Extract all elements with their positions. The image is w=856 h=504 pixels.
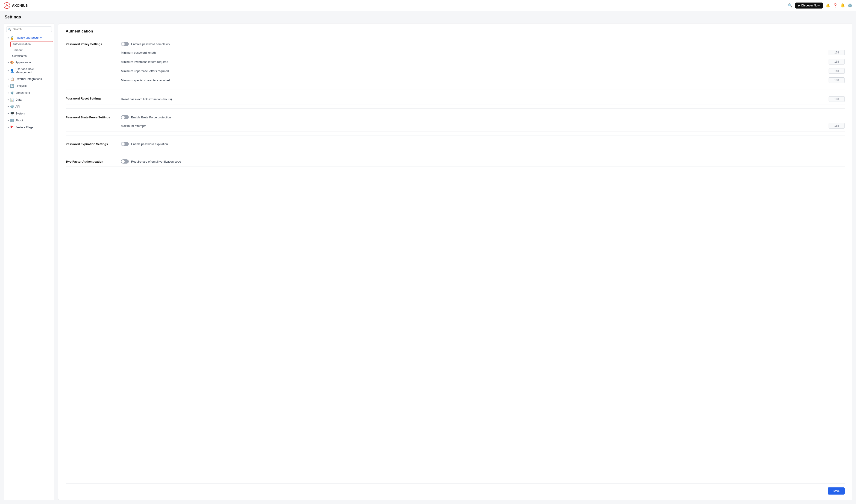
min-special-chars-input[interactable] — [828, 77, 845, 83]
sidebar-item-appearance[interactable]: ▾ 🎨 Appearance — [5, 59, 53, 66]
max-attempts-label: Maximum attempts — [121, 124, 146, 128]
min-lowercase-label: Minimum lowercase letters required — [121, 60, 168, 64]
min-uppercase-label: Minimum uppercase letters required — [121, 69, 168, 73]
reset-link-expiration-row: Reset password link expiration (hours) — [121, 96, 845, 102]
min-password-length-row: Minimum password length — [121, 50, 845, 55]
feature-flags-label: Feature Flags — [15, 126, 33, 129]
divider-2 — [66, 108, 845, 109]
sidebar-item-enrichment[interactable]: ▾ ⚙️ Enrichment — [5, 90, 53, 96]
chevron-right-icon: ▾ — [7, 61, 9, 64]
nav-section-lifecycle: ▾ 🔄 Lifecycle — [4, 83, 54, 89]
password-expiration-fields: Enable password expiration — [121, 142, 845, 146]
max-attempts-row: Maximum attempts — [121, 123, 845, 128]
lifecycle-icon: 🔄 — [10, 84, 14, 88]
brute-force-toggle[interactable] — [121, 115, 129, 119]
sidebar-item-api[interactable]: ▾ ⚙️ API — [5, 104, 53, 110]
two-factor-toggle-label: Require use of email verification code — [131, 160, 181, 163]
alerts-icon[interactable]: 🔔 — [840, 3, 845, 8]
sidebar-item-external-integrations[interactable]: ▾ 📋 External Integrations — [5, 76, 53, 82]
axonius-logo-icon — [4, 2, 10, 9]
data-icon: 📊 — [10, 98, 14, 102]
search-icon[interactable]: 🔍 — [788, 3, 792, 8]
logo-text: AXONIUS — [12, 3, 28, 7]
chevron-right-icon-5: ▾ — [7, 92, 9, 94]
chevron-right-icon-3: ▾ — [7, 78, 9, 80]
reset-link-expiration-label: Reset password link expiration (hours) — [121, 97, 172, 101]
sidebar-item-lifecycle[interactable]: ▾ 🔄 Lifecycle — [5, 83, 53, 89]
data-label: Data — [15, 98, 21, 101]
min-special-chars-label: Minimum special characters required — [121, 78, 170, 82]
password-reset-label: Password Reset Settings — [66, 96, 121, 100]
nav-section-external-integrations: ▾ 📋 External Integrations — [4, 76, 54, 82]
privacy-security-label: Privacy and Security — [15, 36, 42, 39]
chevron-right-icon-4: ▾ — [7, 85, 9, 87]
reset-link-expiration-input[interactable] — [828, 96, 845, 102]
min-special-chars-row: Minimum special characters required — [121, 77, 845, 83]
system-label: System — [15, 112, 25, 115]
logo[interactable]: AXONIUS — [4, 2, 28, 9]
chevron-right-icon-7: ▾ — [7, 106, 9, 108]
enable-expiration-label: Enable password expiration — [131, 142, 168, 146]
min-uppercase-row: Minimum uppercase letters required — [121, 68, 845, 74]
password-reset-fields: Reset password link expiration (hours) — [121, 96, 845, 102]
topnav-left: AXONIUS — [4, 2, 28, 9]
brute-force-toggle-label: Enable Brute Force protection — [131, 115, 171, 119]
api-icon: ⚙️ — [10, 105, 14, 108]
min-lowercase-row: Minimum lowercase letters required — [121, 59, 845, 65]
enforce-complexity-row: Enforce password complexity — [121, 42, 845, 46]
sidebar-item-data[interactable]: ▾ 📊 Data — [5, 96, 53, 103]
save-button[interactable]: Save — [828, 487, 845, 494]
two-factor-toggle[interactable] — [121, 159, 129, 164]
sidebar-item-user-role[interactable]: ▾ 👤 User and Role Management — [5, 66, 53, 75]
feature-flags-icon: 🚩 — [10, 126, 14, 129]
privacy-security-children: Authentication Timeout Certificates — [4, 41, 54, 59]
password-reset-section: Password Reset Settings Reset password l… — [66, 93, 845, 105]
svg-point-0 — [4, 2, 10, 8]
brute-force-fields: Enable Brute Force protection Maximum at… — [121, 115, 845, 128]
sidebar-item-feature-flags[interactable]: ▾ 🚩 Feature Flags — [5, 124, 53, 131]
user-role-label: User and Role Management — [15, 68, 51, 74]
discover-now-button[interactable]: ▶ Discover Now — [795, 2, 823, 8]
settings-icon[interactable]: ⚙️ — [848, 3, 852, 8]
sidebar-item-system[interactable]: ▾ 🖥️ System — [5, 110, 53, 117]
two-factor-toggle-row: Require use of email verification code — [121, 159, 845, 164]
system-icon: 🖥️ — [10, 112, 14, 115]
brute-force-label: Password Brute Force Settings — [66, 115, 121, 119]
chevron-down-icon: ▾ — [7, 37, 9, 39]
external-integrations-label: External Integrations — [15, 77, 42, 80]
enrichment-label: Enrichment — [15, 91, 30, 94]
search-wrap: 🔍 — [4, 26, 54, 35]
sidebar-item-authentication[interactable]: Authentication — [11, 41, 53, 47]
discover-btn-label: Discover Now — [801, 4, 820, 7]
help-icon[interactable]: ❓ — [833, 3, 838, 8]
sidebar-item-about[interactable]: ▾ ℹ️ About — [5, 117, 53, 124]
nav-section-about: ▾ ℹ️ About — [4, 117, 54, 124]
two-factor-section: Two-Factor Authentication Require use of… — [66, 157, 845, 166]
enforce-complexity-label: Enforce password complexity — [131, 42, 170, 46]
password-expiration-section: Password Expiration Settings Enable pass… — [66, 139, 845, 149]
sidebar-item-privacy-security[interactable]: ▾ 🔒 Privacy and Security — [5, 35, 53, 41]
min-uppercase-input[interactable] — [828, 68, 845, 74]
appearance-label: Appearance — [15, 61, 31, 64]
notifications-icon[interactable]: 🔔 — [825, 3, 830, 8]
content-title: Authentication — [66, 29, 845, 34]
page: Settings 🔍 ▾ 🔒 Privacy and Security Auth… — [0, 11, 856, 504]
nav-section-privacy-security: ▾ 🔒 Privacy and Security Authentication … — [4, 35, 54, 59]
api-label: API — [15, 105, 20, 108]
main-content: Authentication Password Policy Settings … — [58, 23, 852, 500]
sidebar-item-timeout[interactable]: Timeout — [11, 48, 53, 53]
enforce-complexity-toggle[interactable] — [121, 42, 129, 46]
top-navigation: AXONIUS 🔍 ▶ Discover Now 🔔 ❓ 🔔 ⚙️ — [0, 0, 856, 11]
sidebar-item-certificates[interactable]: Certificates — [11, 53, 53, 59]
brute-force-section: Password Brute Force Settings Enable Bru… — [66, 112, 845, 131]
min-password-length-input[interactable] — [828, 50, 845, 55]
max-attempts-input[interactable] — [828, 123, 845, 128]
divider-1 — [66, 90, 845, 90]
save-bar: Save — [66, 484, 845, 494]
page-title: Settings — [0, 11, 856, 23]
play-icon: ▶ — [798, 4, 800, 7]
min-lowercase-input[interactable] — [828, 59, 845, 65]
chevron-right-icon-6: ▾ — [7, 98, 9, 101]
enable-expiration-toggle[interactable] — [121, 142, 129, 146]
search-input[interactable] — [6, 26, 52, 32]
